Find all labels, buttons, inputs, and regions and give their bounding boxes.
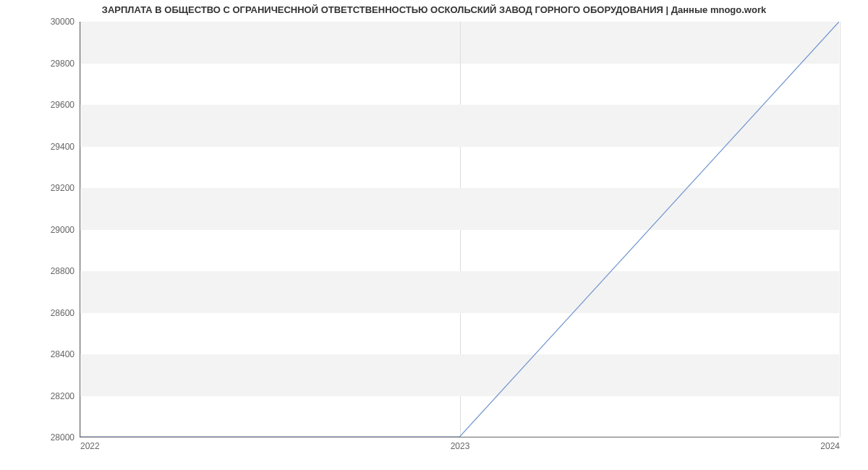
y-tick-label: 28400: [51, 349, 80, 359]
x-tick-label: 2022: [80, 441, 100, 451]
y-tick-label: 29400: [51, 142, 80, 152]
y-tick-label: 30000: [51, 17, 80, 27]
x-tick-label: 2024: [820, 441, 840, 451]
y-tick-label: 29800: [51, 59, 80, 69]
line-layer: [80, 22, 839, 437]
y-tick-label: 29000: [51, 225, 80, 235]
y-tick-label: 29600: [51, 100, 80, 110]
chart-title: ЗАРПЛАТА В ОБЩЕСТВО С ОГРАНИЧЕСННОЙ ОТВЕ…: [0, 4, 868, 15]
plot-area: 2800028200284002860028800290002920029400…: [80, 22, 839, 437]
y-tick-label: 28600: [51, 308, 80, 318]
grid-vertical: [840, 22, 841, 437]
series-line: [80, 22, 839, 437]
chart-container: ЗАРПЛАТА В ОБЩЕСТВО С ОГРАНИЧЕСННОЙ ОТВЕ…: [0, 0, 868, 470]
y-tick-label: 28200: [51, 391, 80, 401]
y-tick-label: 28000: [51, 432, 80, 443]
y-tick-label: 28800: [51, 266, 80, 276]
y-tick-label: 29200: [51, 183, 80, 193]
x-tick-label: 2023: [451, 441, 470, 451]
